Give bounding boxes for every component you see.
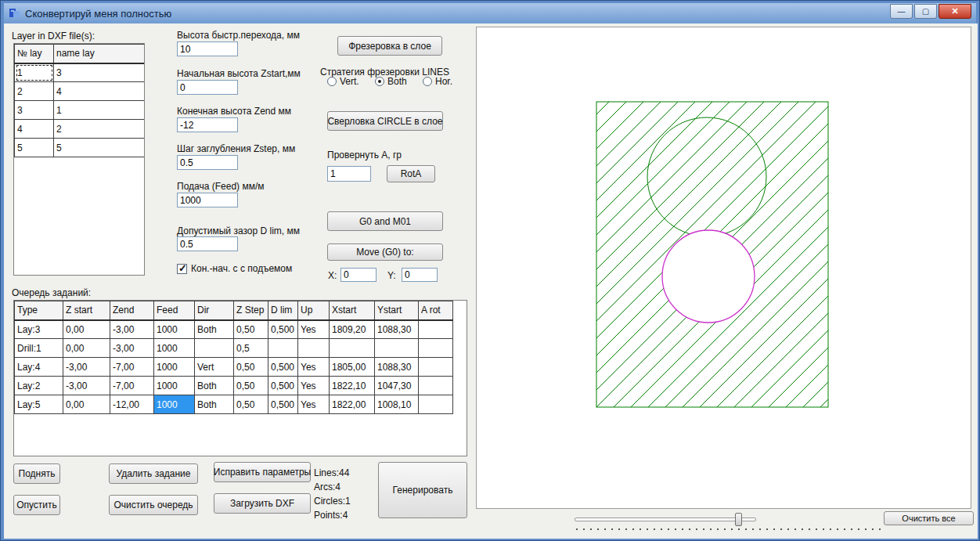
queue-cell[interactable]: Both bbox=[195, 377, 234, 395]
view-slider-thumb[interactable] bbox=[735, 513, 742, 526]
queue-cell[interactable]: Yes bbox=[298, 358, 330, 377]
fix-params-button[interactable]: Исправить параметры bbox=[214, 462, 311, 482]
queue-cell[interactable]: Lay:3 bbox=[15, 320, 63, 339]
layer-cell[interactable]: 1 bbox=[15, 63, 54, 82]
queue-cell[interactable]: 0,50 bbox=[234, 358, 268, 377]
drill-circle-button[interactable]: Сверловка CIRCLE в слое bbox=[327, 111, 443, 131]
queue-cell[interactable]: 1000 bbox=[154, 377, 195, 395]
layer-cell[interactable]: 2 bbox=[15, 82, 54, 101]
queue-cell[interactable]: 1088,30 bbox=[375, 358, 419, 377]
maximize-button[interactable]: ▢ bbox=[914, 4, 937, 19]
lower-task-button[interactable]: Опустить bbox=[13, 495, 60, 515]
layer-cell[interactable]: 1 bbox=[54, 101, 145, 120]
g0-m01-button[interactable]: G0 and M01 bbox=[327, 211, 443, 231]
lift-checkbox[interactable] bbox=[177, 264, 187, 274]
feed-input[interactable] bbox=[177, 193, 238, 207]
title-bar[interactable]: Сконвертируй меня полностью — ▢ ✕ bbox=[4, 3, 976, 23]
queue-cell[interactable]: 0,00 bbox=[63, 320, 110, 339]
layer-cell[interactable]: 4 bbox=[15, 120, 54, 139]
z-start-input[interactable] bbox=[177, 80, 238, 95]
queue-cell[interactable]: 1047,30 bbox=[375, 377, 419, 395]
layer-cell[interactable]: 4 bbox=[54, 82, 145, 101]
queue-cell[interactable]: Drill:1 bbox=[15, 339, 63, 358]
y-input[interactable] bbox=[402, 268, 438, 282]
radio-hor[interactable]: Hor. bbox=[423, 76, 452, 87]
queue-cell[interactable] bbox=[268, 339, 298, 358]
view-slider[interactable] bbox=[575, 518, 756, 521]
queue-cell[interactable]: -3,00 bbox=[63, 358, 110, 377]
queue-cell[interactable]: -3,00 bbox=[110, 320, 154, 339]
layers-grid[interactable]: № lay name lay 1 3 2 4 3 1 4 bbox=[13, 43, 145, 276]
clear-queue-button[interactable]: Очистить очередь bbox=[109, 495, 198, 515]
queue-cell[interactable]: 0,50 bbox=[234, 320, 268, 339]
queue-cell[interactable] bbox=[419, 395, 453, 414]
queue-cell[interactable]: 1088,30 bbox=[375, 320, 419, 339]
queue-cell[interactable]: 1822,10 bbox=[330, 377, 375, 395]
queue-cell[interactable] bbox=[419, 339, 453, 358]
queue-cell[interactable]: Yes bbox=[298, 377, 330, 395]
queue-cell[interactable]: 0,50 bbox=[234, 377, 268, 395]
load-dxf-button[interactable]: Загрузить DXF bbox=[214, 493, 311, 514]
queue-cell[interactable]: 0,00 bbox=[63, 395, 110, 414]
queue-cell[interactable]: 0,500 bbox=[268, 320, 298, 339]
queue-cell[interactable]: 1822,00 bbox=[330, 395, 375, 414]
queue-cell[interactable]: 0,00 bbox=[63, 339, 110, 358]
queue-cell[interactable] bbox=[330, 339, 375, 358]
layer-cell[interactable]: 5 bbox=[54, 139, 145, 157]
layer-cell[interactable]: 2 bbox=[54, 120, 145, 139]
move-g0-button[interactable]: Move (G0) to: bbox=[327, 243, 443, 261]
dxf-viewport[interactable] bbox=[476, 27, 971, 509]
queue-cell[interactable]: Yes bbox=[298, 395, 330, 414]
queue-cell[interactable]: 1000 bbox=[154, 339, 195, 358]
queue-cell[interactable]: Vert bbox=[195, 358, 234, 377]
queue-grid[interactable]: Type Z start Zend Feed Dir Z Step D lim … bbox=[13, 300, 467, 456]
radio-both[interactable]: Both bbox=[375, 76, 407, 87]
lift-checkbox-row[interactable]: Кон.-нач. с с подъемом bbox=[177, 263, 292, 274]
queue-cell[interactable]: Both bbox=[195, 395, 234, 414]
layer-cell[interactable]: 3 bbox=[54, 63, 145, 82]
queue-cell[interactable]: 1000 bbox=[154, 395, 195, 414]
queue-cell[interactable]: 0,50 bbox=[234, 395, 268, 414]
queue-cell[interactable]: Lay:2 bbox=[15, 377, 63, 395]
queue-cell[interactable]: 1008,10 bbox=[375, 395, 419, 414]
queue-cell[interactable] bbox=[419, 377, 453, 395]
queue-cell[interactable]: 0,500 bbox=[268, 358, 298, 377]
queue-cell[interactable]: -7,00 bbox=[110, 377, 154, 395]
queue-cell[interactable] bbox=[195, 339, 234, 358]
close-button[interactable]: ✕ bbox=[939, 4, 971, 19]
layer-cell[interactable]: 5 bbox=[15, 139, 54, 157]
z-step-input[interactable] bbox=[177, 155, 238, 170]
queue-cell[interactable] bbox=[298, 339, 330, 358]
d-lim-input[interactable] bbox=[177, 236, 238, 251]
queue-cell[interactable]: Lay:4 bbox=[15, 358, 63, 377]
minimize-button[interactable]: — bbox=[890, 4, 913, 19]
queue-cell[interactable]: Yes bbox=[298, 320, 330, 339]
layer-cell[interactable]: 3 bbox=[15, 101, 54, 120]
queue-cell[interactable]: -12,00 bbox=[110, 395, 154, 414]
x-input[interactable] bbox=[340, 268, 377, 282]
queue-cell[interactable]: Lay:5 bbox=[15, 395, 63, 414]
queue-cell[interactable]: -3,00 bbox=[110, 339, 154, 358]
queue-cell[interactable] bbox=[419, 320, 453, 339]
queue-cell[interactable]: -7,00 bbox=[110, 358, 154, 377]
queue-cell[interactable] bbox=[419, 358, 453, 377]
raise-task-button[interactable]: Поднять bbox=[13, 463, 60, 484]
queue-cell[interactable]: -3,00 bbox=[63, 377, 110, 395]
queue-cell[interactable]: 1000 bbox=[154, 358, 195, 377]
delete-task-button[interactable]: Удалить задание bbox=[109, 463, 198, 484]
rapid-height-input[interactable] bbox=[177, 41, 238, 56]
z-end-input[interactable] bbox=[177, 117, 238, 132]
queue-cell[interactable]: 0,5 bbox=[234, 339, 268, 358]
queue-cell[interactable]: 1809,20 bbox=[330, 320, 375, 339]
queue-cell[interactable]: 1805,00 bbox=[330, 358, 375, 377]
clear-all-button[interactable]: Очистить все bbox=[884, 511, 974, 525]
queue-cell[interactable]: 0,500 bbox=[268, 377, 298, 395]
queue-cell[interactable]: 1000 bbox=[154, 320, 195, 339]
rot-a-button[interactable]: RotA bbox=[387, 165, 435, 182]
mill-layer-button[interactable]: Фрезеровка в слое bbox=[337, 36, 442, 56]
generate-button[interactable]: Генерировать bbox=[378, 462, 467, 518]
queue-cell[interactable]: 0,500 bbox=[268, 395, 298, 414]
queue-cell[interactable] bbox=[375, 339, 419, 358]
queue-cell[interactable]: Both bbox=[195, 320, 234, 339]
radio-vert[interactable]: Vert. bbox=[327, 76, 359, 87]
